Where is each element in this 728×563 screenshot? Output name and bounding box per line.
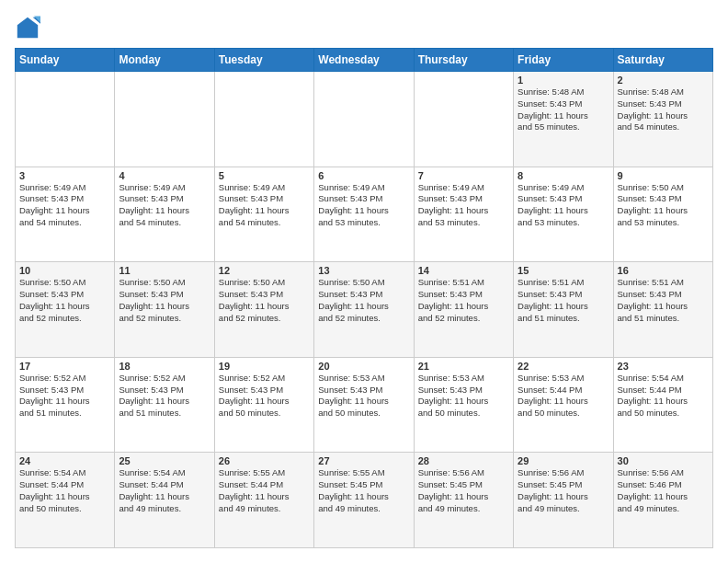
day-number: 26 bbox=[219, 455, 310, 466]
day-number: 21 bbox=[418, 361, 509, 372]
day-number: 1 bbox=[518, 75, 609, 86]
calendar-cell bbox=[16, 72, 115, 167]
day-info: Sunrise: 5:50 AM Sunset: 5:43 PM Dayligh… bbox=[618, 182, 709, 229]
header bbox=[15, 15, 713, 40]
calendar-cell: 29Sunrise: 5:56 AM Sunset: 5:45 PM Dayli… bbox=[514, 453, 613, 548]
calendar-cell: 8Sunrise: 5:49 AM Sunset: 5:43 PM Daylig… bbox=[514, 167, 613, 262]
day-info: Sunrise: 5:49 AM Sunset: 5:43 PM Dayligh… bbox=[119, 182, 210, 229]
week-row-4: 17Sunrise: 5:52 AM Sunset: 5:43 PM Dayli… bbox=[16, 357, 713, 453]
calendar-cell: 12Sunrise: 5:50 AM Sunset: 5:43 PM Dayli… bbox=[214, 262, 313, 358]
day-info: Sunrise: 5:52 AM Sunset: 5:43 PM Dayligh… bbox=[19, 373, 110, 419]
day-number: 8 bbox=[518, 170, 609, 181]
day-info: Sunrise: 5:55 AM Sunset: 5:45 PM Dayligh… bbox=[318, 467, 409, 514]
day-info: Sunrise: 5:51 AM Sunset: 5:43 PM Dayligh… bbox=[418, 277, 509, 324]
calendar-cell: 19Sunrise: 5:52 AM Sunset: 5:43 PM Dayli… bbox=[214, 357, 313, 453]
calendar-cell: 13Sunrise: 5:50 AM Sunset: 5:43 PM Dayli… bbox=[314, 262, 414, 358]
day-number: 29 bbox=[518, 455, 609, 466]
day-info: Sunrise: 5:50 AM Sunset: 5:43 PM Dayligh… bbox=[318, 277, 409, 324]
week-row-5: 24Sunrise: 5:54 AM Sunset: 5:44 PM Dayli… bbox=[16, 453, 713, 548]
day-info: Sunrise: 5:51 AM Sunset: 5:43 PM Dayligh… bbox=[518, 277, 609, 324]
day-info: Sunrise: 5:53 AM Sunset: 5:44 PM Dayligh… bbox=[518, 373, 609, 419]
calendar-cell: 25Sunrise: 5:54 AM Sunset: 5:44 PM Dayli… bbox=[115, 453, 214, 548]
day-number: 3 bbox=[19, 170, 110, 181]
calendar-cell: 4Sunrise: 5:49 AM Sunset: 5:43 PM Daylig… bbox=[115, 167, 214, 262]
calendar-cell: 1Sunrise: 5:48 AM Sunset: 5:43 PM Daylig… bbox=[514, 72, 613, 167]
calendar-cell bbox=[214, 72, 313, 167]
calendar-cell: 22Sunrise: 5:53 AM Sunset: 5:44 PM Dayli… bbox=[514, 357, 613, 453]
day-number: 25 bbox=[119, 455, 210, 466]
calendar-cell: 6Sunrise: 5:49 AM Sunset: 5:43 PM Daylig… bbox=[314, 167, 414, 262]
day-number: 24 bbox=[19, 455, 110, 466]
logo bbox=[15, 15, 44, 40]
calendar-cell: 16Sunrise: 5:51 AM Sunset: 5:43 PM Dayli… bbox=[613, 262, 712, 358]
day-number: 16 bbox=[618, 265, 709, 276]
calendar-table: SundayMondayTuesdayWednesdayThursdayFrid… bbox=[15, 48, 713, 548]
day-info: Sunrise: 5:52 AM Sunset: 5:43 PM Dayligh… bbox=[119, 373, 210, 419]
day-number: 6 bbox=[318, 170, 409, 181]
day-number: 18 bbox=[119, 361, 210, 372]
day-info: Sunrise: 5:53 AM Sunset: 5:43 PM Dayligh… bbox=[418, 373, 509, 419]
weekday-header-wednesday: Wednesday bbox=[314, 49, 414, 72]
calendar-cell bbox=[115, 72, 214, 167]
day-number: 22 bbox=[518, 361, 609, 372]
day-info: Sunrise: 5:52 AM Sunset: 5:43 PM Dayligh… bbox=[219, 373, 310, 419]
day-number: 13 bbox=[318, 265, 409, 276]
day-number: 4 bbox=[119, 170, 210, 181]
svg-marker-0 bbox=[17, 17, 38, 38]
calendar-cell: 27Sunrise: 5:55 AM Sunset: 5:45 PM Dayli… bbox=[314, 453, 414, 548]
day-number: 17 bbox=[19, 361, 110, 372]
calendar-cell: 23Sunrise: 5:54 AM Sunset: 5:44 PM Dayli… bbox=[613, 357, 712, 453]
day-info: Sunrise: 5:50 AM Sunset: 5:43 PM Dayligh… bbox=[119, 277, 210, 324]
day-info: Sunrise: 5:54 AM Sunset: 5:44 PM Dayligh… bbox=[618, 373, 709, 419]
day-number: 23 bbox=[618, 361, 709, 372]
day-info: Sunrise: 5:50 AM Sunset: 5:43 PM Dayligh… bbox=[219, 277, 310, 324]
calendar-cell bbox=[414, 72, 513, 167]
calendar-cell: 3Sunrise: 5:49 AM Sunset: 5:43 PM Daylig… bbox=[16, 167, 115, 262]
calendar-cell: 5Sunrise: 5:49 AM Sunset: 5:43 PM Daylig… bbox=[214, 167, 313, 262]
day-info: Sunrise: 5:53 AM Sunset: 5:43 PM Dayligh… bbox=[318, 373, 409, 419]
calendar-cell: 28Sunrise: 5:56 AM Sunset: 5:45 PM Dayli… bbox=[414, 453, 513, 548]
day-number: 12 bbox=[219, 265, 310, 276]
page: SundayMondayTuesdayWednesdayThursdayFrid… bbox=[0, 0, 728, 563]
day-number: 20 bbox=[318, 361, 409, 372]
calendar-cell: 7Sunrise: 5:49 AM Sunset: 5:43 PM Daylig… bbox=[414, 167, 513, 262]
calendar-cell: 15Sunrise: 5:51 AM Sunset: 5:43 PM Dayli… bbox=[514, 262, 613, 358]
calendar-cell: 10Sunrise: 5:50 AM Sunset: 5:43 PM Dayli… bbox=[16, 262, 115, 358]
day-number: 2 bbox=[618, 75, 709, 86]
day-info: Sunrise: 5:49 AM Sunset: 5:43 PM Dayligh… bbox=[219, 182, 310, 229]
week-row-3: 10Sunrise: 5:50 AM Sunset: 5:43 PM Dayli… bbox=[16, 262, 713, 358]
day-number: 30 bbox=[618, 455, 709, 466]
day-info: Sunrise: 5:49 AM Sunset: 5:43 PM Dayligh… bbox=[19, 182, 110, 229]
day-number: 7 bbox=[418, 170, 509, 181]
weekday-header-tuesday: Tuesday bbox=[214, 49, 313, 72]
calendar-cell: 21Sunrise: 5:53 AM Sunset: 5:43 PM Dayli… bbox=[414, 357, 513, 453]
day-number: 5 bbox=[219, 170, 310, 181]
logo-icon bbox=[15, 15, 40, 40]
calendar-cell: 14Sunrise: 5:51 AM Sunset: 5:43 PM Dayli… bbox=[414, 262, 513, 358]
day-number: 19 bbox=[219, 361, 310, 372]
weekday-header-sunday: Sunday bbox=[16, 49, 115, 72]
day-info: Sunrise: 5:54 AM Sunset: 5:44 PM Dayligh… bbox=[119, 467, 210, 514]
calendar-cell: 24Sunrise: 5:54 AM Sunset: 5:44 PM Dayli… bbox=[16, 453, 115, 548]
calendar-cell: 18Sunrise: 5:52 AM Sunset: 5:43 PM Dayli… bbox=[115, 357, 214, 453]
day-number: 11 bbox=[119, 265, 210, 276]
calendar-cell: 17Sunrise: 5:52 AM Sunset: 5:43 PM Dayli… bbox=[16, 357, 115, 453]
calendar-cell: 20Sunrise: 5:53 AM Sunset: 5:43 PM Dayli… bbox=[314, 357, 414, 453]
day-number: 10 bbox=[19, 265, 110, 276]
calendar-cell: 2Sunrise: 5:48 AM Sunset: 5:43 PM Daylig… bbox=[613, 72, 712, 167]
day-info: Sunrise: 5:51 AM Sunset: 5:43 PM Dayligh… bbox=[618, 277, 709, 324]
week-row-2: 3Sunrise: 5:49 AM Sunset: 5:43 PM Daylig… bbox=[16, 167, 713, 262]
day-info: Sunrise: 5:48 AM Sunset: 5:43 PM Dayligh… bbox=[618, 86, 709, 133]
day-info: Sunrise: 5:56 AM Sunset: 5:46 PM Dayligh… bbox=[618, 467, 709, 514]
day-number: 14 bbox=[418, 265, 509, 276]
calendar-cell: 26Sunrise: 5:55 AM Sunset: 5:44 PM Dayli… bbox=[214, 453, 313, 548]
day-info: Sunrise: 5:49 AM Sunset: 5:43 PM Dayligh… bbox=[518, 182, 609, 229]
weekday-header-monday: Monday bbox=[115, 49, 214, 72]
calendar-cell: 9Sunrise: 5:50 AM Sunset: 5:43 PM Daylig… bbox=[613, 167, 712, 262]
calendar-cell: 11Sunrise: 5:50 AM Sunset: 5:43 PM Dayli… bbox=[115, 262, 214, 358]
day-info: Sunrise: 5:50 AM Sunset: 5:43 PM Dayligh… bbox=[19, 277, 110, 324]
day-info: Sunrise: 5:55 AM Sunset: 5:44 PM Dayligh… bbox=[219, 467, 310, 514]
day-info: Sunrise: 5:54 AM Sunset: 5:44 PM Dayligh… bbox=[19, 467, 110, 514]
calendar-cell: 30Sunrise: 5:56 AM Sunset: 5:46 PM Dayli… bbox=[613, 453, 712, 548]
day-number: 27 bbox=[318, 455, 409, 466]
